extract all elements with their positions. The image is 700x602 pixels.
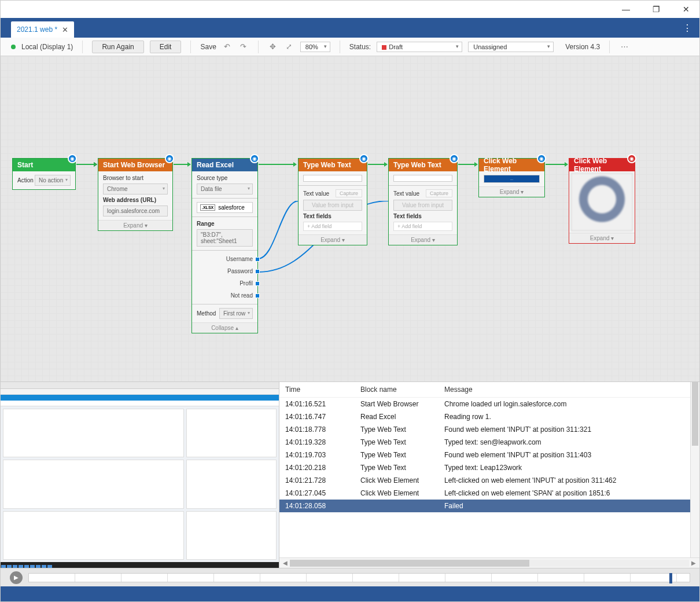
- node-click-web-element-1[interactable]: ◉ Click Web Element ··· Expand ▾: [478, 158, 545, 197]
- add-field-button[interactable]: + Add field: [393, 222, 452, 231]
- version-label: Version 4.3: [565, 43, 600, 51]
- log-panel: Time Block name Message 14:01:16.521Star…: [279, 382, 699, 568]
- node-title: Start: [13, 159, 75, 171]
- field-label: Range: [197, 221, 253, 227]
- node-start-web-browser[interactable]: ◉ Start Web Browser Browser to start Chr…: [98, 158, 173, 231]
- footer-bar: [1, 586, 699, 601]
- log-row[interactable]: 14:01:16.521Start Web BrowserChrome load…: [279, 398, 699, 410]
- save-button[interactable]: Save: [200, 43, 216, 51]
- assignee-select[interactable]: Unassigned: [468, 42, 554, 52]
- close-button[interactable]: ✕: [677, 5, 695, 14]
- node-badge-icon: ◉: [627, 154, 636, 163]
- value-input[interactable]: Value from input: [303, 200, 362, 211]
- node-title: Click Web Element: [569, 159, 635, 171]
- log-body[interactable]: 14:01:16.521Start Web BrowserChrome load…: [279, 398, 699, 557]
- capture-button[interactable]: Capture: [336, 189, 362, 197]
- log-row[interactable]: 14:01:28.058Failed: [279, 500, 699, 512]
- capture-button[interactable]: Capture: [426, 189, 452, 197]
- field-label: Text fields: [393, 213, 452, 219]
- minimize-button[interactable]: —: [617, 5, 635, 14]
- node-click-web-element-2[interactable]: ◉ Click Web Element Expand ▾: [569, 158, 635, 244]
- expand-toggle[interactable]: Expand ▾: [479, 186, 544, 197]
- playhead-icon[interactable]: [669, 573, 672, 583]
- more-icon[interactable]: ⋯: [619, 42, 629, 52]
- col-msg: Message: [444, 386, 473, 394]
- node-start[interactable]: ◉ Start Action No action: [12, 158, 76, 190]
- tab-title: 2021.1 web *: [17, 25, 57, 34]
- node-type-web-text-1[interactable]: ◉ Type Web Text Text valueCapture Value …: [298, 158, 367, 245]
- toolbar: Local (Display 1) Run Again Edit Save ↶ …: [1, 38, 699, 56]
- field-label: Web address (URL): [103, 197, 168, 203]
- field-label: Text value: [303, 190, 329, 197]
- collapse-toggle[interactable]: Collapse ▴: [192, 322, 257, 333]
- connection-dot-icon: [11, 45, 16, 49]
- node-badge-icon: ◉: [68, 154, 77, 163]
- screenshot-preview[interactable]: [1, 382, 279, 568]
- log-row[interactable]: 14:01:16.747Read ExcelReading row 1.: [279, 410, 699, 423]
- log-row[interactable]: 14:01:21.728Click Web ElementLeft-clicke…: [279, 474, 699, 487]
- bottom-panel: Time Block name Message 14:01:16.521Star…: [1, 381, 699, 568]
- element-preview: [303, 175, 362, 182]
- node-title: Click Web Element: [479, 159, 544, 171]
- expand-toggle[interactable]: Expand ▾: [569, 233, 635, 243]
- range-input[interactable]: "B3:D7", sheet:"Sheet1: [197, 229, 253, 247]
- log-row[interactable]: 14:01:27.045Click Web ElementLeft-clicke…: [279, 487, 699, 500]
- browser-select[interactable]: Chrome: [103, 183, 168, 194]
- field-label: Action: [17, 177, 34, 183]
- hscrollbar[interactable]: ◀▶: [279, 557, 699, 568]
- expand-toggle[interactable]: Expand ▾: [389, 234, 457, 245]
- field-label: Text fields: [303, 213, 362, 219]
- element-preview: ···: [484, 175, 540, 183]
- field-label: Browser to start: [103, 175, 168, 181]
- node-badge-icon: ◉: [165, 154, 174, 163]
- field-label: Method: [197, 310, 216, 317]
- timeline-track[interactable]: [28, 573, 690, 582]
- tab-close-icon[interactable]: ✕: [62, 25, 68, 34]
- log-header: Time Block name Message: [279, 382, 699, 398]
- document-tab[interactable]: 2021.1 web * ✕: [11, 21, 74, 38]
- node-badge-icon: ◉: [250, 154, 259, 163]
- log-row[interactable]: 14:01:19.703Type Web TextFound web eleme…: [279, 449, 699, 461]
- output-notread[interactable]: Not read: [197, 291, 253, 300]
- move-icon[interactable]: ✥: [268, 42, 278, 52]
- url-input[interactable]: login.salesforce.com: [103, 205, 168, 216]
- element-preview: [571, 173, 633, 231]
- log-row[interactable]: 14:01:19.328Type Web TextTyped text: sen…: [279, 436, 699, 449]
- status-select[interactable]: Draft: [377, 42, 462, 52]
- file-chip[interactable]: salesforce: [197, 202, 253, 213]
- undo-icon[interactable]: ↶: [222, 42, 233, 52]
- tab-strip: 2021.1 web * ✕ ⋮: [1, 18, 699, 38]
- titlebar: — ❐ ✕: [1, 1, 699, 18]
- value-input[interactable]: Value from input: [393, 200, 452, 211]
- log-row[interactable]: 14:01:20.218Type Web TextTyped text: Lea…: [279, 461, 699, 474]
- play-button[interactable]: ▶: [10, 571, 23, 584]
- maximize-button[interactable]: ❐: [647, 5, 665, 14]
- col-time: Time: [285, 386, 360, 394]
- redo-icon[interactable]: ↷: [238, 42, 249, 52]
- log-row[interactable]: 14:01:18.778Type Web TextFound web eleme…: [279, 423, 699, 436]
- expand-toggle[interactable]: Expand ▾: [98, 220, 172, 230]
- vscrollbar[interactable]: [690, 382, 699, 557]
- node-read-excel[interactable]: ◉ Read Excel Source type Data file sales…: [191, 158, 258, 333]
- node-title: Start Web Browser: [98, 159, 172, 171]
- flow-canvas[interactable]: .arr.g::after{border-left-color:#2bb24c}…: [1, 56, 699, 381]
- node-type-web-text-2[interactable]: ◉ Type Web Text Text valueCapture Value …: [388, 158, 458, 245]
- zoom-select[interactable]: 80%: [300, 42, 330, 52]
- output-password[interactable]: Password: [197, 266, 253, 276]
- method-select[interactable]: First row: [219, 308, 253, 319]
- add-field-button[interactable]: + Add field: [303, 222, 362, 231]
- source-select[interactable]: Data file: [197, 183, 253, 194]
- fit-icon[interactable]: ⤢: [284, 42, 294, 52]
- output-username[interactable]: Username: [197, 254, 253, 264]
- edit-button[interactable]: Edit: [150, 41, 182, 53]
- tab-menu-icon[interactable]: ⋮: [683, 23, 691, 34]
- run-again-button[interactable]: Run Again: [92, 41, 143, 53]
- field-label: Source type: [197, 175, 253, 181]
- status-label: Status:: [349, 43, 371, 51]
- action-select[interactable]: No action: [35, 175, 71, 186]
- node-title: Read Excel: [192, 159, 257, 171]
- output-profil[interactable]: Profil: [197, 278, 253, 288]
- node-title: Type Web Text: [389, 159, 457, 171]
- node-title: Type Web Text: [299, 159, 367, 171]
- expand-toggle[interactable]: Expand ▾: [299, 234, 367, 245]
